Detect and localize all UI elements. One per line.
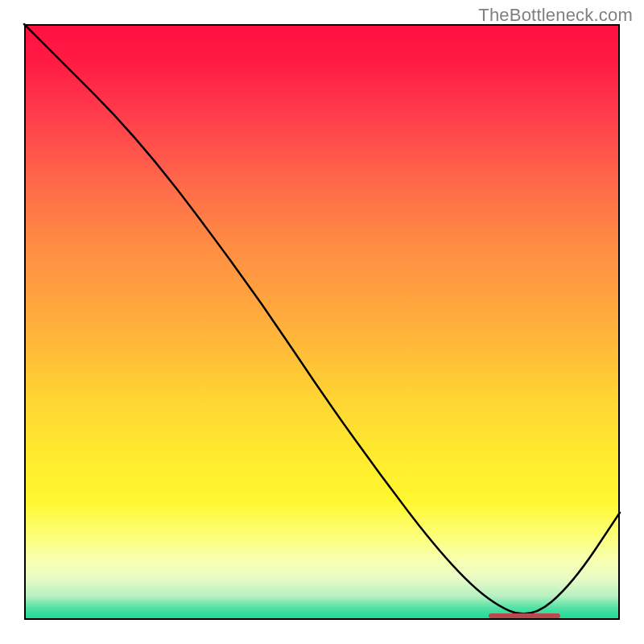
plot-area [24,24,620,620]
curve-path [24,24,620,614]
watermark-text: TheBottleneck.com [478,5,633,26]
chart-frame: TheBottleneck.com [0,0,644,644]
optimum-range-marker [489,613,560,618]
bottleneck-curve [24,24,620,620]
